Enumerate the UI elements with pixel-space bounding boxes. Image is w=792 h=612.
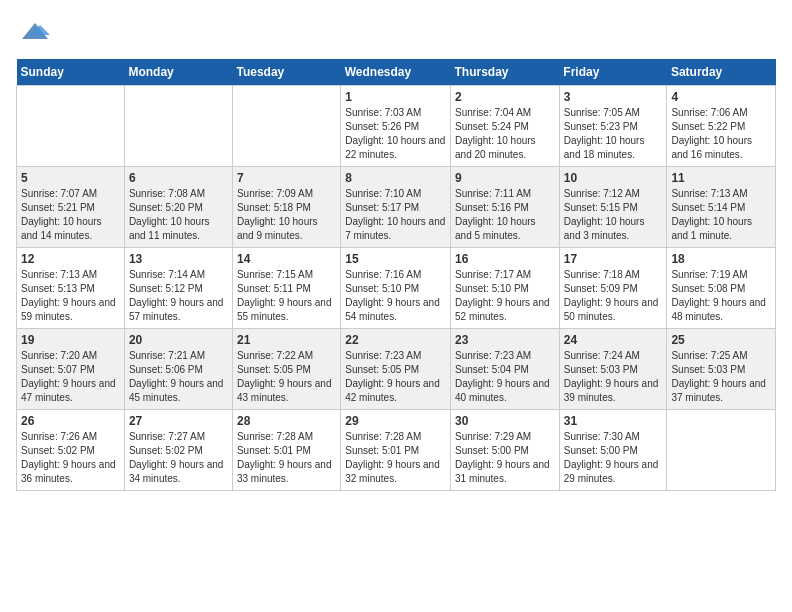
day-number: 22 [345, 333, 446, 347]
day-info: Sunrise: 7:30 AM Sunset: 5:00 PM Dayligh… [564, 430, 663, 486]
day-number: 6 [129, 171, 228, 185]
weekday-header: Tuesday [232, 59, 340, 86]
day-info: Sunrise: 7:19 AM Sunset: 5:08 PM Dayligh… [671, 268, 771, 324]
calendar-cell: 21Sunrise: 7:22 AM Sunset: 5:05 PM Dayli… [232, 329, 340, 410]
day-number: 1 [345, 90, 446, 104]
day-number: 15 [345, 252, 446, 266]
day-number: 30 [455, 414, 555, 428]
calendar-cell: 26Sunrise: 7:26 AM Sunset: 5:02 PM Dayli… [17, 410, 125, 491]
day-info: Sunrise: 7:16 AM Sunset: 5:10 PM Dayligh… [345, 268, 446, 324]
day-number: 16 [455, 252, 555, 266]
calendar-cell: 5Sunrise: 7:07 AM Sunset: 5:21 PM Daylig… [17, 167, 125, 248]
day-number: 10 [564, 171, 663, 185]
day-info: Sunrise: 7:21 AM Sunset: 5:06 PM Dayligh… [129, 349, 228, 405]
day-info: Sunrise: 7:25 AM Sunset: 5:03 PM Dayligh… [671, 349, 771, 405]
day-number: 17 [564, 252, 663, 266]
calendar-cell: 30Sunrise: 7:29 AM Sunset: 5:00 PM Dayli… [451, 410, 560, 491]
logo-icon [20, 16, 50, 46]
logo [16, 16, 50, 51]
day-number: 7 [237, 171, 336, 185]
calendar-cell: 23Sunrise: 7:23 AM Sunset: 5:04 PM Dayli… [451, 329, 560, 410]
day-number: 26 [21, 414, 120, 428]
day-info: Sunrise: 7:13 AM Sunset: 5:13 PM Dayligh… [21, 268, 120, 324]
calendar-cell: 31Sunrise: 7:30 AM Sunset: 5:00 PM Dayli… [559, 410, 667, 491]
calendar-table: SundayMondayTuesdayWednesdayThursdayFrid… [16, 59, 776, 491]
calendar-cell: 15Sunrise: 7:16 AM Sunset: 5:10 PM Dayli… [341, 248, 451, 329]
calendar-cell: 4Sunrise: 7:06 AM Sunset: 5:22 PM Daylig… [667, 86, 776, 167]
weekday-header: Wednesday [341, 59, 451, 86]
day-info: Sunrise: 7:28 AM Sunset: 5:01 PM Dayligh… [237, 430, 336, 486]
day-info: Sunrise: 7:27 AM Sunset: 5:02 PM Dayligh… [129, 430, 228, 486]
calendar-cell [124, 86, 232, 167]
day-number: 21 [237, 333, 336, 347]
calendar-cell: 18Sunrise: 7:19 AM Sunset: 5:08 PM Dayli… [667, 248, 776, 329]
day-info: Sunrise: 7:09 AM Sunset: 5:18 PM Dayligh… [237, 187, 336, 243]
day-number: 31 [564, 414, 663, 428]
day-number: 20 [129, 333, 228, 347]
day-info: Sunrise: 7:22 AM Sunset: 5:05 PM Dayligh… [237, 349, 336, 405]
calendar-cell: 3Sunrise: 7:05 AM Sunset: 5:23 PM Daylig… [559, 86, 667, 167]
calendar-cell: 29Sunrise: 7:28 AM Sunset: 5:01 PM Dayli… [341, 410, 451, 491]
calendar-cell: 13Sunrise: 7:14 AM Sunset: 5:12 PM Dayli… [124, 248, 232, 329]
calendar-cell [17, 86, 125, 167]
day-number: 4 [671, 90, 771, 104]
calendar-cell: 19Sunrise: 7:20 AM Sunset: 5:07 PM Dayli… [17, 329, 125, 410]
day-info: Sunrise: 7:18 AM Sunset: 5:09 PM Dayligh… [564, 268, 663, 324]
weekday-header: Thursday [451, 59, 560, 86]
day-number: 5 [21, 171, 120, 185]
day-info: Sunrise: 7:29 AM Sunset: 5:00 PM Dayligh… [455, 430, 555, 486]
day-number: 13 [129, 252, 228, 266]
calendar-cell [232, 86, 340, 167]
calendar-cell: 2Sunrise: 7:04 AM Sunset: 5:24 PM Daylig… [451, 86, 560, 167]
calendar-cell: 17Sunrise: 7:18 AM Sunset: 5:09 PM Dayli… [559, 248, 667, 329]
day-number: 23 [455, 333, 555, 347]
calendar-cell: 10Sunrise: 7:12 AM Sunset: 5:15 PM Dayli… [559, 167, 667, 248]
day-number: 18 [671, 252, 771, 266]
day-info: Sunrise: 7:13 AM Sunset: 5:14 PM Dayligh… [671, 187, 771, 243]
calendar-cell: 11Sunrise: 7:13 AM Sunset: 5:14 PM Dayli… [667, 167, 776, 248]
calendar-cell: 25Sunrise: 7:25 AM Sunset: 5:03 PM Dayli… [667, 329, 776, 410]
weekday-header: Monday [124, 59, 232, 86]
calendar-cell: 7Sunrise: 7:09 AM Sunset: 5:18 PM Daylig… [232, 167, 340, 248]
day-number: 19 [21, 333, 120, 347]
day-info: Sunrise: 7:06 AM Sunset: 5:22 PM Dayligh… [671, 106, 771, 162]
day-number: 29 [345, 414, 446, 428]
calendar-cell: 6Sunrise: 7:08 AM Sunset: 5:20 PM Daylig… [124, 167, 232, 248]
day-number: 27 [129, 414, 228, 428]
day-info: Sunrise: 7:23 AM Sunset: 5:05 PM Dayligh… [345, 349, 446, 405]
day-number: 12 [21, 252, 120, 266]
day-info: Sunrise: 7:23 AM Sunset: 5:04 PM Dayligh… [455, 349, 555, 405]
day-info: Sunrise: 7:04 AM Sunset: 5:24 PM Dayligh… [455, 106, 555, 162]
day-info: Sunrise: 7:03 AM Sunset: 5:26 PM Dayligh… [345, 106, 446, 162]
day-number: 14 [237, 252, 336, 266]
day-number: 8 [345, 171, 446, 185]
weekday-header: Sunday [17, 59, 125, 86]
calendar-cell: 27Sunrise: 7:27 AM Sunset: 5:02 PM Dayli… [124, 410, 232, 491]
calendar-cell: 8Sunrise: 7:10 AM Sunset: 5:17 PM Daylig… [341, 167, 451, 248]
calendar-cell: 14Sunrise: 7:15 AM Sunset: 5:11 PM Dayli… [232, 248, 340, 329]
day-number: 11 [671, 171, 771, 185]
calendar-cell: 16Sunrise: 7:17 AM Sunset: 5:10 PM Dayli… [451, 248, 560, 329]
day-number: 2 [455, 90, 555, 104]
day-number: 25 [671, 333, 771, 347]
day-info: Sunrise: 7:26 AM Sunset: 5:02 PM Dayligh… [21, 430, 120, 486]
calendar-cell [667, 410, 776, 491]
day-info: Sunrise: 7:24 AM Sunset: 5:03 PM Dayligh… [564, 349, 663, 405]
day-info: Sunrise: 7:10 AM Sunset: 5:17 PM Dayligh… [345, 187, 446, 243]
day-number: 9 [455, 171, 555, 185]
day-info: Sunrise: 7:08 AM Sunset: 5:20 PM Dayligh… [129, 187, 228, 243]
weekday-header: Friday [559, 59, 667, 86]
day-info: Sunrise: 7:11 AM Sunset: 5:16 PM Dayligh… [455, 187, 555, 243]
calendar-cell: 9Sunrise: 7:11 AM Sunset: 5:16 PM Daylig… [451, 167, 560, 248]
day-info: Sunrise: 7:07 AM Sunset: 5:21 PM Dayligh… [21, 187, 120, 243]
day-info: Sunrise: 7:20 AM Sunset: 5:07 PM Dayligh… [21, 349, 120, 405]
calendar-cell: 1Sunrise: 7:03 AM Sunset: 5:26 PM Daylig… [341, 86, 451, 167]
day-info: Sunrise: 7:28 AM Sunset: 5:01 PM Dayligh… [345, 430, 446, 486]
day-info: Sunrise: 7:15 AM Sunset: 5:11 PM Dayligh… [237, 268, 336, 324]
day-number: 3 [564, 90, 663, 104]
calendar-cell: 24Sunrise: 7:24 AM Sunset: 5:03 PM Dayli… [559, 329, 667, 410]
day-info: Sunrise: 7:05 AM Sunset: 5:23 PM Dayligh… [564, 106, 663, 162]
weekday-header: Saturday [667, 59, 776, 86]
day-info: Sunrise: 7:17 AM Sunset: 5:10 PM Dayligh… [455, 268, 555, 324]
day-info: Sunrise: 7:14 AM Sunset: 5:12 PM Dayligh… [129, 268, 228, 324]
